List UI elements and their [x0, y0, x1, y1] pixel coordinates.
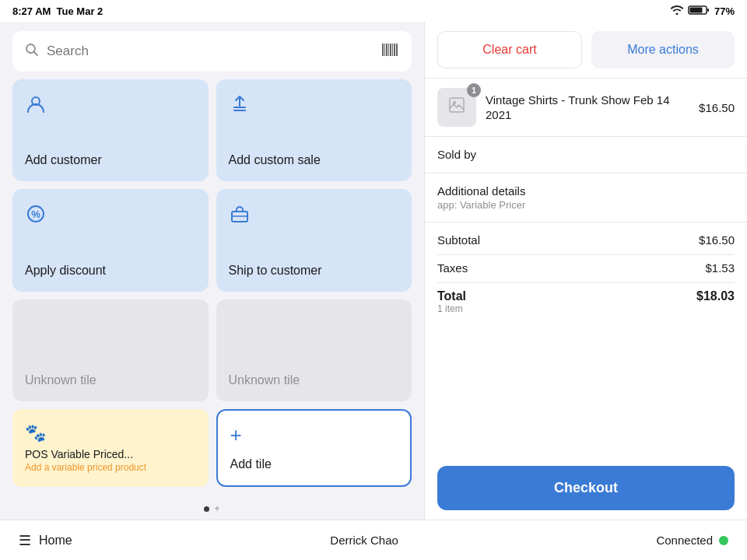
tile-ship-to-customer[interactable]: Ship to customer [216, 189, 412, 291]
briefcase-icon [229, 203, 400, 229]
svg-rect-11 [394, 44, 395, 56]
clear-cart-button[interactable]: Clear cart [437, 31, 582, 68]
tile-apply-discount[interactable]: % Apply discount [12, 189, 209, 291]
tile-unknown-2[interactable]: Unknown tile [216, 299, 412, 401]
connection-status: Connected [656, 534, 728, 547]
left-panel: Add customer Add custom sale [0, 22, 424, 520]
svg-rect-20 [450, 98, 464, 112]
cart-item-price: $16.50 [699, 101, 735, 114]
total-value: $18.03 [696, 289, 735, 314]
svg-rect-2 [707, 9, 709, 12]
add-customer-label: Add customer [25, 153, 196, 167]
discount-icon: % [25, 203, 196, 229]
unknown-tile-2-label: Unknown tile [229, 373, 400, 387]
tile-add-customer[interactable]: Add customer [12, 79, 209, 181]
pos-tile-label: POS Variable Priced... [25, 448, 196, 460]
svg-text:%: % [31, 208, 40, 220]
home-nav[interactable]: ☰ Home [19, 532, 72, 549]
upload-icon [229, 93, 400, 120]
svg-rect-7 [386, 44, 388, 56]
subtotal-label: Subtotal [437, 233, 480, 247]
additional-details-title: Additional details [437, 184, 735, 198]
ship-to-customer-label: Ship to customer [229, 264, 400, 278]
svg-rect-5 [382, 44, 384, 56]
home-label: Home [39, 534, 72, 548]
sold-by-section[interactable]: Sold by [425, 137, 747, 173]
status-date: Tue Mar 2 [57, 5, 103, 17]
user-name: Derrick Chao [330, 534, 398, 547]
status-bar: 8:27 AM Tue Mar 2 77% [0, 0, 747, 22]
sold-by-label: Sold by [437, 148, 476, 161]
taxes-label: Taxes [437, 261, 468, 275]
battery-indicator [688, 5, 710, 18]
unknown-tile-1-label: Unknown tile [25, 373, 196, 387]
dot-plus-icon: + [214, 504, 219, 513]
svg-rect-1 [689, 7, 702, 12]
hamburger-icon[interactable]: ☰ [19, 532, 31, 549]
svg-rect-12 [396, 44, 398, 56]
total-row: Total 1 item $18.03 [437, 289, 735, 314]
dot-active [204, 506, 209, 512]
tile-pos-variable[interactable]: 🐾 POS Variable Priced... Add a variable … [12, 409, 209, 487]
svg-rect-6 [384, 44, 385, 56]
status-time: 8:27 AM [12, 5, 51, 17]
svg-rect-9 [390, 44, 391, 56]
tile-add[interactable]: + Add tile [216, 409, 412, 487]
total-label-group: Total 1 item [437, 289, 466, 314]
pos-tile-sublabel: Add a variable priced product [25, 462, 196, 473]
checkout-button[interactable]: Checkout [437, 466, 735, 510]
checkout-section: Checkout [425, 457, 747, 520]
divider-1 [437, 254, 735, 255]
tile-unknown-1[interactable]: Unknown tile [12, 299, 209, 401]
search-icon [25, 43, 39, 60]
add-tile-label: Add tile [230, 457, 272, 471]
add-custom-sale-label: Add custom sale [229, 153, 400, 167]
apply-discount-label: Apply discount [25, 264, 196, 278]
person-icon [25, 93, 196, 120]
taxes-value: $1.53 [705, 261, 735, 275]
battery-percent: 77% [714, 5, 735, 17]
subtotal-value: $16.50 [699, 233, 735, 247]
wifi-icon [671, 5, 683, 17]
cart-item-info: Vintage Shirts - Trunk Show Feb 14 2021 [486, 93, 689, 123]
connected-label: Connected [656, 534, 713, 547]
total-label: Total [437, 289, 466, 303]
cart-item-thumbnail: 1 [437, 88, 476, 127]
svg-rect-15 [233, 110, 246, 111]
svg-line-4 [34, 52, 38, 56]
svg-rect-14 [233, 107, 246, 108]
page-dots: + [12, 498, 412, 520]
cart-item[interactable]: 1 Vintage Shirts - Trunk Show Feb 14 202… [437, 88, 735, 127]
svg-rect-8 [388, 44, 389, 56]
connected-indicator [719, 536, 728, 545]
taxes-row: Taxes $1.53 [437, 261, 735, 275]
tile-grid: Add customer Add custom sale [12, 79, 412, 401]
tile-add-custom-sale[interactable]: Add custom sale [216, 79, 412, 181]
subtotal-row: Subtotal $16.50 [437, 233, 735, 247]
search-bar[interactable] [12, 31, 412, 72]
bottom-nav: ☰ Home Derrick Chao Connected [0, 520, 747, 560]
svg-rect-10 [392, 44, 393, 56]
more-actions-button[interactable]: More actions [591, 31, 735, 68]
cart-actions: Clear cart More actions [425, 22, 747, 79]
status-indicators: 77% [671, 5, 735, 18]
additional-details-subtitle: app: Variable Pricer [437, 199, 735, 211]
cart-items: 1 Vintage Shirts - Trunk Show Feb 14 202… [425, 79, 747, 137]
image-placeholder-icon [448, 96, 465, 118]
pos-tile-icon: 🐾 [25, 423, 196, 443]
divider-2 [437, 282, 735, 283]
total-sublabel: 1 item [437, 303, 466, 314]
main-content: Add customer Add custom sale [0, 22, 747, 520]
totals-section: Subtotal $16.50 Taxes $1.53 Total 1 item… [425, 222, 747, 457]
status-time-date: 8:27 AM Tue Mar 2 [12, 5, 103, 17]
search-input[interactable] [47, 44, 373, 59]
right-panel: Clear cart More actions 1 Vinta [424, 22, 747, 520]
cart-item-name: Vintage Shirts - Trunk Show Feb 14 2021 [486, 93, 689, 123]
plus-icon: + [230, 425, 242, 445]
additional-details-section: Additional details app: Variable Pricer [425, 173, 747, 222]
barcode-icon[interactable] [381, 40, 399, 62]
cart-item-badge: 1 [467, 83, 481, 97]
